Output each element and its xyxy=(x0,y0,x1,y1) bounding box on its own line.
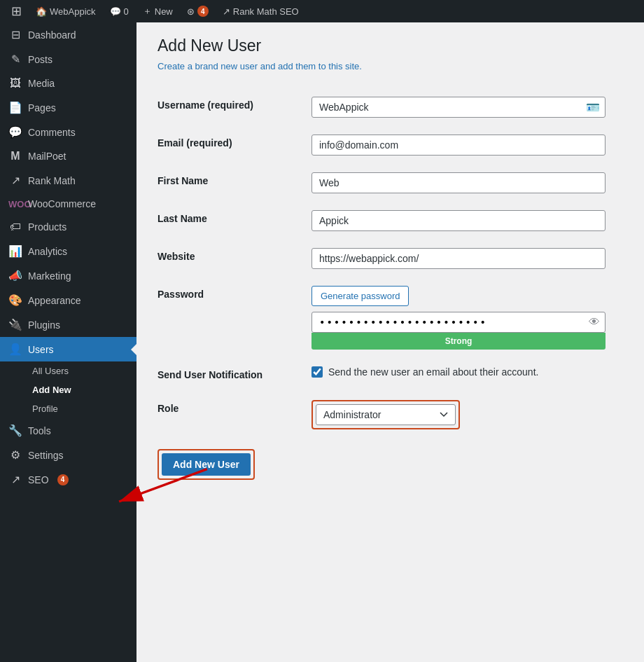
generate-password-button[interactable]: Generate password xyxy=(312,286,409,306)
sidebar-item-posts[interactable]: ✎ Posts xyxy=(0,47,136,71)
yoast-badge: 4 xyxy=(197,6,209,17)
home-icon: 🏠 xyxy=(36,6,47,17)
sidebar-label-rankmath: Rank Math xyxy=(28,175,76,186)
sidebar-item-appearance[interactable]: 🎨 Appearance xyxy=(0,288,136,312)
username-cell: 🪪 xyxy=(312,88,623,126)
submenu-add-new[interactable]: Add New xyxy=(0,380,136,399)
password-strength-bar: Strong xyxy=(312,333,606,350)
sidebar-item-settings[interactable]: ⚙ Settings xyxy=(0,443,136,467)
sidebar-label-settings: Settings xyxy=(28,450,64,461)
sidebar-item-tools[interactable]: 🔧 Tools xyxy=(0,418,136,443)
notification-wrapper: Send the new user an email about their a… xyxy=(312,366,623,378)
sidebar: ⊟ Dashboard ✎ Posts 🖼 Media 📄 Pages 💬 Co… xyxy=(0,22,136,662)
lastname-cell xyxy=(312,202,623,240)
rankmath-item[interactable]: ↗ Rank Math SEO xyxy=(217,0,304,22)
plugins-icon: 🔌 xyxy=(8,318,22,331)
sidebar-label-products: Products xyxy=(28,221,66,233)
sidebar-item-pages[interactable]: 📄 Pages xyxy=(0,95,136,120)
sidebar-item-media[interactable]: 🖼 Media xyxy=(0,71,136,95)
sidebar-item-plugins[interactable]: 🔌 Plugins xyxy=(0,312,136,337)
new-label: New xyxy=(155,6,173,17)
sidebar-item-products[interactable]: 🏷 Products xyxy=(0,215,136,239)
notification-cell: Send the new user an email about their a… xyxy=(312,358,623,392)
firstname-cell xyxy=(312,164,623,202)
email-row: Email (required) xyxy=(158,126,623,164)
notification-label: Send User Notification xyxy=(158,358,312,392)
role-label: Role xyxy=(158,392,312,438)
sidebar-label-mailpoet: MailPoet xyxy=(28,151,66,162)
posts-icon: ✎ xyxy=(8,53,22,66)
sidebar-label-marketing: Marketing xyxy=(28,270,71,282)
username-row: Username (required) 🪪 xyxy=(158,88,623,126)
pages-icon: 📄 xyxy=(8,101,22,114)
comments-count: 0 xyxy=(124,6,129,17)
rankmath-icon: ↗ xyxy=(223,6,230,17)
notification-checkbox[interactable] xyxy=(312,366,323,378)
sidebar-item-comments[interactable]: 💬 Comments xyxy=(0,120,136,144)
password-wrapper: 👁 xyxy=(312,312,606,333)
role-cell: Administrator Editor Author Contributor … xyxy=(312,392,623,438)
users-submenu: All Users Add New Profile xyxy=(0,361,136,418)
username-wrapper: 🪪 xyxy=(312,97,606,118)
seo-badge: 4 xyxy=(57,474,69,485)
password-row: Password Generate password 👁 Strong xyxy=(158,277,623,358)
sidebar-item-analytics[interactable]: 📊 Analytics xyxy=(0,239,136,263)
sidebar-item-users[interactable]: 👤 Users xyxy=(0,337,136,361)
comments-nav-icon: 💬 xyxy=(8,125,22,139)
sidebar-label-plugins: Plugins xyxy=(28,319,60,331)
settings-icon: ⚙ xyxy=(8,448,22,462)
notification-row: Send User Notification Send the new user… xyxy=(158,358,623,392)
users-active-arrow xyxy=(131,344,136,355)
sidebar-label-seo: SEO xyxy=(28,474,49,485)
seo-icon: ↗ xyxy=(8,473,22,486)
role-row: Role Administrator Editor Author Contrib… xyxy=(158,392,623,438)
sidebar-label-comments: Comments xyxy=(28,127,76,138)
wp-logo-icon: ⊞ xyxy=(11,4,22,19)
username-label: Username (required) xyxy=(158,88,312,126)
new-item[interactable]: ＋ New xyxy=(137,0,178,22)
sidebar-label-tools: Tools xyxy=(28,425,51,436)
email-label: Email (required) xyxy=(158,126,312,164)
website-input[interactable] xyxy=(312,248,606,269)
password-label: Password xyxy=(158,277,312,358)
role-select[interactable]: Administrator Editor Author Contributor … xyxy=(316,404,456,425)
plus-icon: ＋ xyxy=(143,5,152,18)
firstname-label: First Name xyxy=(158,164,312,202)
tools-icon: 🔧 xyxy=(8,424,22,437)
sidebar-item-woocommerce[interactable]: WOO WooCommerce xyxy=(0,193,136,215)
email-cell xyxy=(312,126,623,164)
add-user-btn-wrapper: Add New User xyxy=(158,449,255,480)
woo-icon: WOO xyxy=(8,199,22,209)
submenu-profile[interactable]: Profile xyxy=(0,399,136,418)
sidebar-label-appearance: Appearance xyxy=(28,295,81,306)
site-name-item[interactable]: 🏠 WebAppick xyxy=(30,0,102,22)
add-new-user-button[interactable]: Add New User xyxy=(162,453,251,476)
sidebar-item-mailpoet[interactable]: M MailPoet xyxy=(0,144,136,168)
password-visibility-icon[interactable]: 👁 xyxy=(589,316,600,329)
email-input[interactable] xyxy=(312,135,606,156)
site-name-label: WebAppick xyxy=(50,6,96,17)
appearance-icon: 🎨 xyxy=(8,294,22,307)
submenu-all-users[interactable]: All Users xyxy=(0,361,136,380)
lastname-label: Last Name xyxy=(158,202,312,240)
wp-logo-item[interactable]: ⊞ xyxy=(6,0,27,22)
comment-icon: 💬 xyxy=(110,6,121,17)
yoast-icon: ⊛ xyxy=(187,6,195,17)
sidebar-item-seo[interactable]: ↗ SEO 4 xyxy=(0,467,136,492)
comments-item[interactable]: 💬 0 xyxy=(104,0,134,22)
firstname-input[interactable] xyxy=(312,172,606,193)
password-input[interactable] xyxy=(312,312,606,333)
rankmath-nav-icon: ↗ xyxy=(8,174,22,187)
username-input[interactable] xyxy=(312,97,606,118)
yoast-item[interactable]: ⊛ 4 xyxy=(181,0,214,22)
lastname-input[interactable] xyxy=(312,210,606,231)
page-title: Add New User xyxy=(158,36,623,55)
sidebar-item-marketing[interactable]: 📣 Marketing xyxy=(0,263,136,288)
content-area: Add New User Create a brand new user and… xyxy=(136,22,644,662)
sidebar-item-dashboard[interactable]: ⊟ Dashboard xyxy=(0,22,136,47)
notification-text: Send the new user an email about their a… xyxy=(328,366,538,378)
add-user-form: Username (required) 🪪 Email (required) F… xyxy=(158,88,623,438)
layout-wrapper: ⊟ Dashboard ✎ Posts 🖼 Media 📄 Pages 💬 Co… xyxy=(0,22,644,662)
sidebar-item-rankmath[interactable]: ↗ Rank Math xyxy=(0,168,136,193)
rankmath-label: Rank Math SEO xyxy=(233,6,299,17)
